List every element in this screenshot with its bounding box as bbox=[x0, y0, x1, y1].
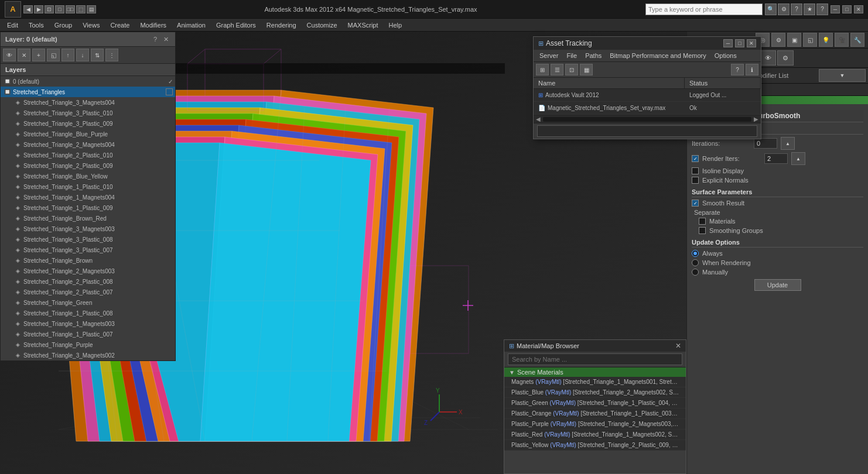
layer-tool-view[interactable]: 👁 bbox=[3, 49, 16, 61]
mb-close-btn[interactable]: ✕ bbox=[675, 342, 681, 350]
list-item[interactable]: ◈ Stretched_Triangle_2_Magnets003 bbox=[1, 266, 175, 276]
layer-tool-options[interactable]: ⋮ bbox=[105, 49, 118, 61]
at-scroll-left[interactable]: ◀ bbox=[536, 116, 541, 122]
mod-tab-display[interactable]: 👁 bbox=[760, 50, 776, 66]
list-item[interactable]: ◈ Stretched_Triangle_3_Plastic_008 bbox=[1, 234, 175, 245]
list-item[interactable]: ◈ Stretched_Triangle_3_Plastic_007 bbox=[1, 245, 175, 255]
toolbar-btn-6[interactable]: ⬚ bbox=[76, 5, 86, 13]
list-item[interactable]: ◈ Stretched_Triangle_1_Plastic_010 bbox=[1, 181, 175, 192]
render-iters-checkbox[interactable] bbox=[692, 155, 699, 162]
search-input[interactable] bbox=[645, 4, 763, 15]
layer-close-btn[interactable]: ✕ bbox=[161, 35, 170, 44]
explicit-normals-checkbox[interactable] bbox=[692, 177, 699, 184]
at-menu-options[interactable]: Options bbox=[711, 51, 740, 60]
at-menu-paths[interactable]: Paths bbox=[582, 51, 605, 60]
smooth-result-checkbox[interactable] bbox=[692, 200, 699, 207]
mb-item-plastic-purple[interactable]: Plastic_Purple (VRayMtl) [Stretched_Tria… bbox=[504, 419, 686, 430]
at-minimize-btn[interactable]: ─ bbox=[723, 39, 733, 47]
layer-item-stretched[interactable]: 🔲 Stretched_Triangles bbox=[1, 87, 175, 97]
toolbar-btn-2[interactable]: ▶ bbox=[34, 5, 43, 13]
layer-tool-delete[interactable]: ✕ bbox=[18, 49, 30, 61]
at-tool-3[interactable]: ⊡ bbox=[565, 64, 578, 75]
rp-icon-7[interactable]: 🔧 bbox=[850, 33, 864, 47]
render-iters-spinner[interactable]: ▲ bbox=[791, 152, 805, 165]
list-item[interactable]: ◈ Stretched_Triangle_1_Magnets004 bbox=[1, 192, 175, 202]
menu-animation[interactable]: Animation bbox=[172, 20, 210, 30]
list-item[interactable]: ◈ Stretched_Triangle_1_Plastic_009 bbox=[1, 202, 175, 213]
layer-item-default[interactable]: 🔲 0 (default) ✓ bbox=[1, 76, 175, 87]
layer-tool-sort[interactable]: ⇅ bbox=[91, 49, 104, 61]
at-menu-file[interactable]: File bbox=[563, 51, 580, 60]
menu-rendering[interactable]: Rendering bbox=[262, 20, 301, 30]
at-row-file[interactable]: 📄 Magnetic_Stretched_Triangles_Set_vray.… bbox=[534, 102, 761, 115]
mb-expand-icon[interactable]: ▼ bbox=[509, 369, 515, 376]
layers-list[interactable]: 🔲 0 (default) ✓ 🔲 Stretched_Triangles ◈ … bbox=[1, 76, 175, 360]
at-tool-help[interactable]: ? bbox=[731, 64, 744, 75]
search-options-icon[interactable]: ⚙ bbox=[778, 4, 790, 15]
at-menu-bitmap[interactable]: Bitmap Performance and Memory bbox=[606, 51, 709, 60]
minimize-btn[interactable]: ─ bbox=[831, 5, 840, 13]
at-menu-server[interactable]: Server bbox=[536, 51, 562, 60]
iterations-spinner-up[interactable]: ▲ bbox=[781, 137, 795, 150]
menu-tools[interactable]: Tools bbox=[24, 20, 49, 30]
list-item[interactable]: ◈ Stretched_Triangle_Purple bbox=[1, 339, 175, 350]
list-item[interactable]: ◈ Stretched_Triangle_2_Plastic_008 bbox=[1, 276, 175, 287]
layer-tool-move[interactable]: ↑ bbox=[61, 49, 74, 61]
menu-maxscript[interactable]: MAXScript bbox=[343, 20, 383, 30]
list-item[interactable]: ◈ Stretched_Triangle_2_Plastic_009 bbox=[1, 160, 175, 171]
mod-tab-utilities[interactable]: ⚙ bbox=[777, 50, 794, 66]
iterations-value[interactable]: 0 bbox=[754, 138, 777, 149]
search-icon[interactable]: 🔍 bbox=[765, 4, 777, 15]
close-btn[interactable]: ✕ bbox=[854, 5, 863, 13]
list-item[interactable]: ◈ Stretched_Triangle_Green bbox=[1, 297, 175, 308]
list-item[interactable]: ◈ Stretched_Triangle_1_Plastic_008 bbox=[1, 308, 175, 318]
at-tool-1[interactable]: ⊞ bbox=[536, 64, 549, 75]
rp-icon-4[interactable]: ◱ bbox=[803, 33, 817, 47]
when-rendering-radio[interactable] bbox=[692, 259, 699, 266]
isoline-checkbox[interactable] bbox=[692, 167, 699, 174]
help-icon[interactable]: ? bbox=[816, 4, 828, 15]
mb-item-plastic-orange[interactable]: Plastic_Orange (VRayMtl) [Stretched_Tria… bbox=[504, 408, 686, 419]
at-scrollbar[interactable]: ◀ ▶ bbox=[534, 115, 761, 123]
mb-search-input[interactable] bbox=[508, 353, 682, 365]
list-item[interactable]: ◈ Stretched_Triangle_3_Magnets003 bbox=[1, 224, 175, 234]
search-help-icon[interactable]: ? bbox=[791, 4, 802, 15]
list-item[interactable]: ◈ Stretched_Triangle_2_Magnets004 bbox=[1, 139, 175, 150]
list-item[interactable]: ◈ Stretched_Triangle_1_Plastic_007 bbox=[1, 329, 175, 339]
list-item[interactable]: ◈ Stretched_Triangle_Brown bbox=[1, 255, 175, 266]
list-item[interactable]: ◈ Stretched_Triangle_3_Plastic_010 bbox=[1, 108, 175, 118]
update-button[interactable]: Update bbox=[754, 279, 801, 291]
at-close-btn[interactable]: ✕ bbox=[747, 39, 756, 47]
toolbar-btn-3[interactable]: ⊡ bbox=[45, 5, 54, 13]
list-item[interactable]: ◈ Stretched_Triangle_2_Plastic_007 bbox=[1, 287, 175, 297]
list-item[interactable]: ◈ Stretched_Triangle_Blue_Purple bbox=[1, 129, 175, 139]
at-tool-2[interactable]: ☰ bbox=[551, 64, 563, 75]
mod-list-dropdown[interactable]: ▼ bbox=[819, 69, 866, 82]
list-item[interactable]: ◈ Stretched_Triangle_3_Magnets002 bbox=[1, 350, 175, 360]
list-item[interactable]: ◈ Stretched_Triangle_3_Plastic_009 bbox=[1, 118, 175, 129]
layer-tool-select[interactable]: ◱ bbox=[47, 49, 60, 61]
at-restore-btn[interactable]: □ bbox=[735, 39, 744, 47]
list-item[interactable]: ◈ Stretched_Triangle_1_Magnets003 bbox=[1, 318, 175, 329]
menu-customize[interactable]: Customize bbox=[302, 20, 342, 30]
at-scroll-right[interactable]: ▶ bbox=[754, 116, 758, 122]
toolbar-btn-1[interactable]: ◀ bbox=[23, 5, 33, 13]
mb-item-plastic-green[interactable]: Plastic_Green (VRayMtl) [Stretched_Trian… bbox=[504, 398, 686, 408]
list-item[interactable]: ◈ Stretched_Triangle_Brown_Red bbox=[1, 213, 175, 224]
manually-radio[interactable] bbox=[692, 269, 699, 276]
layer-tool-movedown[interactable]: ↓ bbox=[76, 49, 89, 61]
rp-icon-6[interactable]: 🎥 bbox=[835, 33, 849, 47]
mb-item-magnets[interactable]: Magnets (VRayMtl) [Stretched_Triangle_1_… bbox=[504, 377, 686, 387]
toolbar-btn-4[interactable]: □ bbox=[55, 5, 64, 13]
bookmark-icon[interactable]: ★ bbox=[804, 4, 815, 15]
mb-item-plastic-blue[interactable]: Plastic_Blue (VRayMtl) [Stretched_Triang… bbox=[504, 387, 686, 398]
always-radio[interactable] bbox=[692, 250, 699, 257]
menu-create[interactable]: Create bbox=[105, 20, 134, 30]
render-iters-value[interactable]: 2 bbox=[764, 153, 788, 164]
layer-tool-add[interactable]: + bbox=[32, 49, 45, 61]
at-search-input[interactable] bbox=[537, 125, 757, 137]
menu-group[interactable]: Group bbox=[50, 20, 77, 30]
at-scroll-track[interactable] bbox=[543, 117, 751, 122]
rp-icon-5[interactable]: 💡 bbox=[819, 33, 833, 47]
toolbar-btn-5[interactable]: □□ bbox=[66, 5, 75, 13]
